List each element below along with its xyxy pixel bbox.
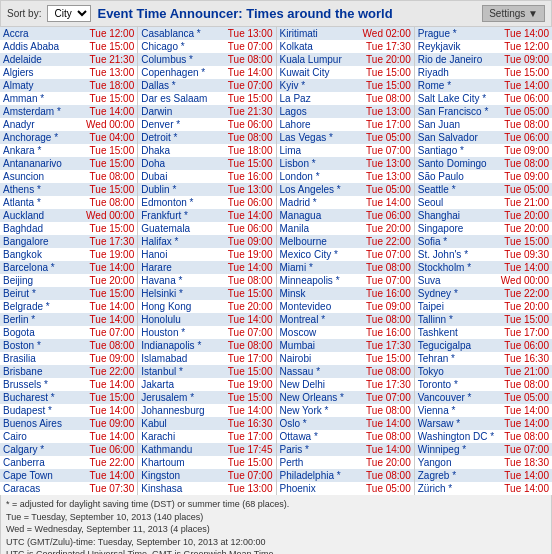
city-name[interactable]: Tehran * [418, 353, 499, 364]
city-name[interactable]: Ottawa * [280, 431, 361, 442]
city-name[interactable]: La Paz [280, 93, 361, 104]
city-name[interactable]: Calgary * [3, 444, 84, 455]
city-name[interactable]: Vienna * [418, 405, 499, 416]
city-name[interactable]: Caracas [3, 483, 84, 494]
city-name[interactable]: Bucharest * [3, 392, 84, 403]
city-name[interactable]: Miami * [280, 262, 361, 273]
city-name[interactable]: Perth [280, 457, 361, 468]
city-name[interactable]: San Francisco * [418, 106, 499, 117]
city-name[interactable]: Islamabad [141, 353, 222, 364]
city-name[interactable]: Hong Kong [141, 301, 222, 312]
city-name[interactable]: Cairo [3, 431, 84, 442]
city-name[interactable]: Frankfurt * [141, 210, 222, 221]
city-name[interactable]: Stockholm * [418, 262, 499, 273]
city-name[interactable]: Amman * [3, 93, 84, 104]
city-name[interactable]: Casablanca * [141, 28, 222, 39]
city-name[interactable]: Atlanta * [3, 197, 84, 208]
city-name[interactable]: Doha [141, 158, 222, 169]
city-name[interactable]: Cape Town [3, 470, 84, 481]
city-name[interactable]: Reykjavik [418, 41, 499, 52]
city-name[interactable]: Paris * [280, 444, 361, 455]
city-name[interactable]: Lima [280, 145, 361, 156]
city-name[interactable]: Canberra [3, 457, 84, 468]
city-name[interactable]: Helsinki * [141, 288, 222, 299]
city-name[interactable]: Sydney * [418, 288, 499, 299]
city-name[interactable]: Taipei [418, 301, 499, 312]
city-name[interactable]: Accra [3, 28, 84, 39]
city-name[interactable]: Jerusalem * [141, 392, 222, 403]
city-name[interactable]: Barcelona * [3, 262, 84, 273]
city-name[interactable]: Hanoi [141, 249, 222, 260]
city-name[interactable]: Kinshasa [141, 483, 222, 494]
city-name[interactable]: Montevideo [280, 301, 361, 312]
city-name[interactable]: Madrid * [280, 197, 361, 208]
settings-button[interactable]: Settings ▼ [482, 5, 545, 22]
city-name[interactable]: Tashkent [418, 327, 499, 338]
city-name[interactable]: Bangkok [3, 249, 84, 260]
city-name[interactable]: Dubai [141, 171, 222, 182]
city-name[interactable]: Tokyo [418, 366, 499, 377]
city-name[interactable]: Shanghai [418, 210, 499, 221]
sort-select[interactable]: City [47, 5, 91, 22]
city-name[interactable]: Denver * [141, 119, 222, 130]
city-name[interactable]: Phoenix [280, 483, 361, 494]
city-name[interactable]: Dallas * [141, 80, 222, 91]
city-name[interactable]: Antananarivo [3, 158, 84, 169]
city-name[interactable]: Athens * [3, 184, 84, 195]
city-name[interactable]: Havana * [141, 275, 222, 286]
city-name[interactable]: Nairobi [280, 353, 361, 364]
city-name[interactable]: Anadyr [3, 119, 84, 130]
city-name[interactable]: Kyiv * [280, 80, 361, 91]
city-name[interactable]: Melbourne [280, 236, 361, 247]
city-name[interactable]: Kuwait City [280, 67, 361, 78]
city-name[interactable]: Khartoum [141, 457, 222, 468]
city-name[interactable]: Dar es Salaam [141, 93, 222, 104]
city-name[interactable]: Edmonton * [141, 197, 222, 208]
city-name[interactable]: Mumbai [280, 340, 361, 351]
city-name[interactable]: Lahore [280, 119, 361, 130]
city-name[interactable]: Sofia * [418, 236, 499, 247]
city-name[interactable]: Warsaw * [418, 418, 499, 429]
city-name[interactable]: Kathmandu [141, 444, 222, 455]
city-name[interactable]: Brisbane [3, 366, 84, 377]
city-name[interactable]: Chicago * [141, 41, 222, 52]
city-name[interactable]: Minsk [280, 288, 361, 299]
city-name[interactable]: Brussels * [3, 379, 84, 390]
city-name[interactable]: Rome * [418, 80, 499, 91]
city-name[interactable]: Zagreb * [418, 470, 499, 481]
city-name[interactable]: Las Vegas * [280, 132, 361, 143]
city-name[interactable]: Adelaide [3, 54, 84, 65]
city-name[interactable]: Lisbon * [280, 158, 361, 169]
city-name[interactable]: Prague * [418, 28, 499, 39]
city-name[interactable]: Vancouver * [418, 392, 499, 403]
city-name[interactable]: St. John's * [418, 249, 499, 260]
city-name[interactable]: Riyadh [418, 67, 499, 78]
city-name[interactable]: Zürich * [418, 483, 499, 494]
city-name[interactable]: Singapore [418, 223, 499, 234]
city-name[interactable]: Honolulu [141, 314, 222, 325]
city-name[interactable]: Anchorage * [3, 132, 84, 143]
city-name[interactable]: Asuncion [3, 171, 84, 182]
city-name[interactable]: Minneapolis * [280, 275, 361, 286]
city-name[interactable]: Berlin * [3, 314, 84, 325]
city-name[interactable]: Oslo * [280, 418, 361, 429]
city-name[interactable]: Kuala Lumpur [280, 54, 361, 65]
city-name[interactable]: Beijing [3, 275, 84, 286]
city-name[interactable]: Darwin [141, 106, 222, 117]
city-name[interactable]: Dhaka [141, 145, 222, 156]
city-name[interactable]: Kingston [141, 470, 222, 481]
city-name[interactable]: Tegucigalpa [418, 340, 499, 351]
city-name[interactable]: Kolkata [280, 41, 361, 52]
city-name[interactable]: New Delhi [280, 379, 361, 390]
city-name[interactable]: Guatemala [141, 223, 222, 234]
city-name[interactable]: Bangalore [3, 236, 84, 247]
city-name[interactable]: Budapest * [3, 405, 84, 416]
city-name[interactable]: Istanbul * [141, 366, 222, 377]
city-name[interactable]: Copenhagen * [141, 67, 222, 78]
city-name[interactable]: Johannesburg [141, 405, 222, 416]
city-name[interactable]: Halifax * [141, 236, 222, 247]
city-name[interactable]: Salt Lake City * [418, 93, 499, 104]
city-name[interactable]: Santo Domingo [418, 158, 499, 169]
city-name[interactable]: Brasilia [3, 353, 84, 364]
city-name[interactable]: Baghdad [3, 223, 84, 234]
